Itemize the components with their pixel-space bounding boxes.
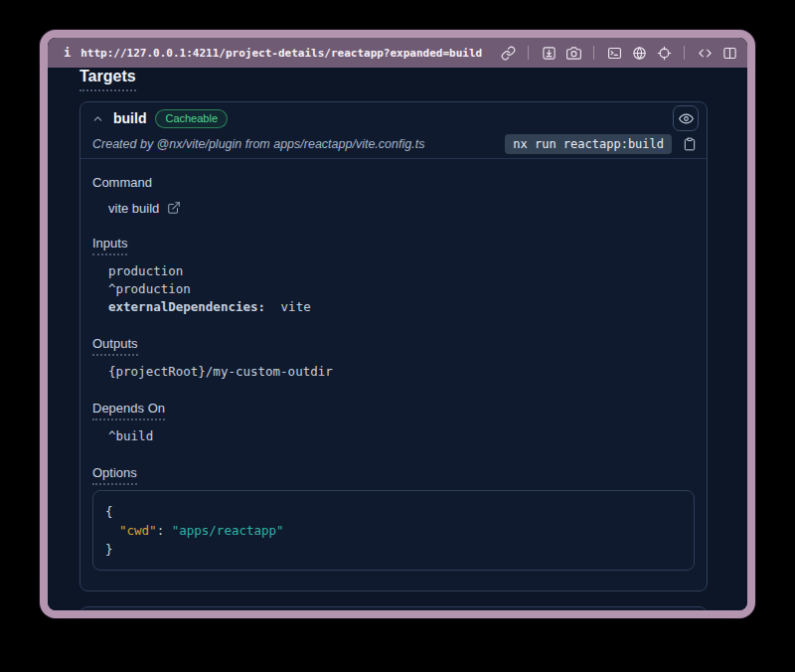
url-bar[interactable]: http://127.0.0.1:4211/project-details/re… (80, 47, 490, 60)
input-item: ^production (108, 280, 695, 298)
browser-toolbar: i http://127.0.0.1:4211/project-details/… (48, 38, 747, 68)
info-icon: i (64, 46, 71, 60)
camera-icon[interactable] (565, 45, 581, 61)
depends-on-list: ^build (108, 427, 695, 445)
created-by-text: Created by @nx/vite/plugin from apps/rea… (92, 137, 496, 151)
target-card-serve: serve vite serve (80, 606, 708, 610)
link-icon[interactable] (500, 45, 516, 61)
crosshair-icon[interactable] (656, 45, 672, 61)
depends-on-section-label: Depends On (92, 401, 695, 416)
serve-card-header: serve vite serve (80, 607, 707, 610)
target-card-build: build Cacheable Created by @nx/vite/plug… (80, 101, 708, 591)
options-section-label: Options (92, 465, 695, 480)
json-line: } (105, 540, 682, 559)
build-card-body: Command vite build Inputs production ^pr… (80, 159, 707, 590)
build-header-row[interactable]: build Cacheable (90, 105, 699, 131)
toolbar-divider (684, 46, 685, 60)
view-target-build-button[interactable] (673, 105, 699, 131)
split-panel-icon[interactable] (721, 45, 737, 61)
output-item: {projectRoot}/my-custom-outdir (108, 363, 695, 381)
browser-window: i http://127.0.0.1:4211/project-details/… (40, 30, 755, 618)
outputs-list: {projectRoot}/my-custom-outdir (108, 363, 695, 381)
terminal-icon[interactable] (606, 45, 622, 61)
input-item: production (108, 262, 695, 280)
command-value-row: vite build (108, 201, 695, 216)
inputs-list: production ^production externalDependenc… (108, 262, 695, 316)
outputs-section-label: Outputs (92, 336, 695, 351)
targets-heading: Targets (80, 68, 136, 91)
browser-window-inner: i http://127.0.0.1:4211/project-details/… (48, 38, 747, 610)
json-key-cwd: "cwd" (119, 523, 157, 538)
json-value-cwd: "apps/reactapp" (172, 523, 284, 538)
code-icon[interactable] (697, 45, 713, 61)
build-subheader-row: Created by @nx/vite/plugin from apps/rea… (90, 133, 699, 155)
import-icon[interactable] (541, 45, 556, 61)
command-value: vite build (108, 201, 159, 216)
target-name-build: build (113, 110, 146, 126)
options-json-box: { "cwd": "apps/reactapp" } (92, 490, 695, 571)
project-details-page: Targets build Cacheable (48, 68, 747, 610)
input-dep-key: externalDependencies: (108, 299, 265, 314)
toolbar-icons (500, 45, 737, 61)
json-line: { (105, 502, 682, 521)
external-link-icon[interactable] (167, 201, 182, 216)
toolbar-divider (528, 46, 529, 60)
input-item-external-deps: externalDependencies: vite (108, 298, 695, 316)
copy-icon[interactable] (681, 135, 699, 153)
run-command-chip: nx run reactapp:build (505, 134, 672, 154)
chevron-up-icon (90, 111, 104, 125)
build-card-header: build Cacheable Created by @nx/vite/plug… (80, 102, 707, 159)
command-section-label: Command (92, 175, 695, 190)
depends-on-item: ^build (108, 427, 695, 445)
inputs-section-label: Inputs (92, 236, 695, 251)
toolbar-divider (593, 46, 594, 60)
globe-icon[interactable] (631, 45, 647, 61)
cacheable-badge: Cacheable (155, 109, 228, 128)
json-line: "cwd": "apps/reactapp" (105, 521, 682, 540)
input-dep-value: vite (281, 299, 311, 314)
